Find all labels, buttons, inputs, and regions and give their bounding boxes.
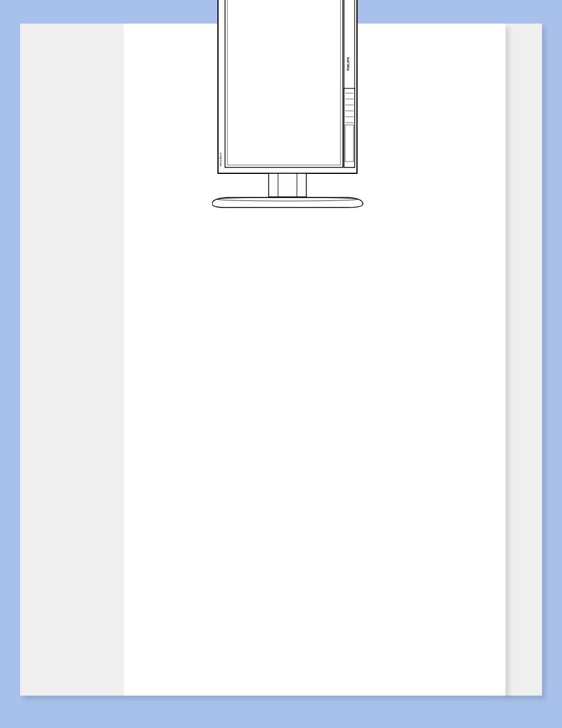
monitor-line-drawing: PHILIPS BRILLIANCE: [212, 0, 389, 212]
svg-rect-12: [269, 173, 306, 197]
monitor-illustration: PHILIPS BRILLIANCE: [212, 0, 389, 212]
page-behind-right: [504, 24, 542, 696]
document-page: PHILIPS BRILLIANCE: [20, 24, 505, 696]
brand-label: PHILIPS: [346, 57, 350, 71]
page-left-margin: [20, 24, 124, 696]
model-label: BRILLIANCE: [219, 152, 222, 166]
page-stack: PHILIPS BRILLIANCE: [20, 24, 542, 696]
page-content-area: PHILIPS BRILLIANCE: [124, 24, 505, 696]
svg-rect-4: [344, 88, 355, 167]
viewer-background: PHILIPS BRILLIANCE: [0, 0, 562, 728]
svg-rect-1: [225, 0, 343, 167]
